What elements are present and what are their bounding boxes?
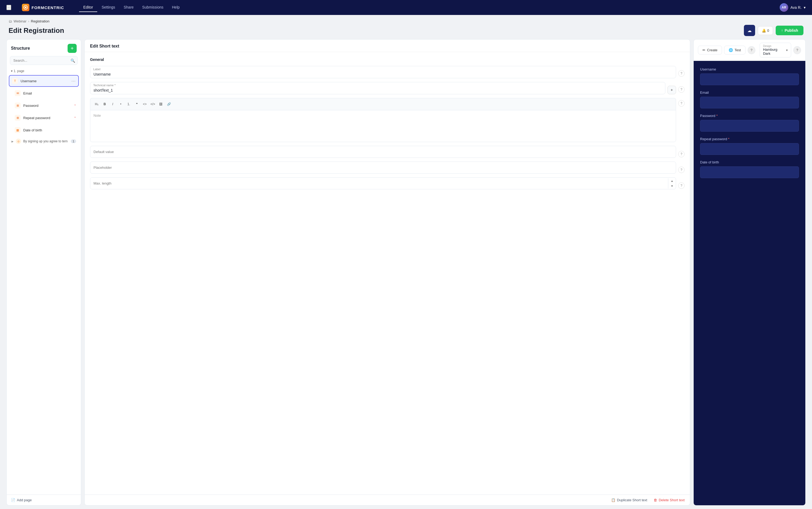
- technical-name-field-group: Technical name * ✦ ?: [90, 82, 685, 94]
- toolbar-link[interactable]: 🔗: [165, 100, 173, 108]
- note-content-area[interactable]: Note: [90, 110, 676, 142]
- toolbar-bold[interactable]: B: [101, 100, 108, 108]
- preview-input-email[interactable]: [700, 97, 799, 108]
- preview-input-repeat-password[interactable]: [700, 143, 799, 155]
- default-value-help-icon[interactable]: ?: [678, 151, 685, 157]
- stepper-up[interactable]: ▲: [668, 178, 676, 183]
- placeholder-help-icon[interactable]: ?: [678, 167, 685, 173]
- page-collapse-icon: ▾: [11, 69, 12, 73]
- chevron-down-icon-design: ▾: [786, 48, 788, 52]
- field-icon-email: ✉: [15, 90, 21, 96]
- edit-panel-body: General Label ? Technical name * ✦ ?: [85, 52, 690, 495]
- preview-help-button[interactable]: ?: [748, 46, 755, 54]
- nav-settings[interactable]: Settings: [97, 3, 120, 12]
- preview-label-username: Username: [700, 67, 799, 71]
- design-select[interactable]: Design Hamburg Dark ▾: [759, 43, 791, 58]
- toolbar-numbered[interactable]: 1.: [125, 100, 133, 108]
- publish-button[interactable]: ↑ Publish: [776, 26, 804, 35]
- preview-input-password[interactable]: [700, 120, 799, 132]
- cloud-icon: ☁: [747, 28, 752, 33]
- field-item-username[interactable]: T Username ⋯: [9, 75, 79, 87]
- nav-submissions[interactable]: Submissions: [138, 3, 167, 12]
- nav-help[interactable]: Help: [168, 3, 184, 12]
- note-rich-wrap: H₁ B I • 1. ❝ <> </> 🖼 🔗 Note: [90, 98, 676, 142]
- user-menu[interactable]: AR Ava R. ▾: [780, 3, 806, 12]
- add-field-button[interactable]: +: [68, 44, 77, 53]
- cloud-save-button[interactable]: ☁: [744, 25, 755, 36]
- toolbar-italic[interactable]: I: [109, 100, 116, 108]
- field-item-group[interactable]: ▶ ⊙ By signing up you agree to tern 1: [9, 136, 79, 146]
- duplicate-label: Duplicate Short text: [617, 498, 647, 502]
- required-badge-password: *: [74, 104, 76, 107]
- preview-input-date-of-birth[interactable]: [700, 166, 799, 178]
- max-length-input[interactable]: [90, 178, 668, 189]
- technical-name-help-icon[interactable]: ?: [678, 86, 685, 93]
- wand-icon[interactable]: ✦: [668, 86, 676, 94]
- back-button[interactable]: ←: [6, 5, 11, 10]
- back-arrow-icon: ←: [7, 5, 11, 10]
- toolbar-h1[interactable]: H₁: [93, 100, 100, 108]
- field-menu-username[interactable]: ⋯: [71, 78, 76, 83]
- add-page-button[interactable]: 📄 Add page: [11, 498, 32, 502]
- group-expand-icon: ▶: [11, 140, 13, 143]
- field-name-date-of-birth: Date of birth: [23, 128, 76, 132]
- field-item-repeat-password[interactable]: ⊞ Repeat password *: [9, 112, 79, 124]
- app-name: FORMCENTRIC: [32, 5, 64, 10]
- note-field-group: H₁ B I • 1. ❝ <> </> 🖼 🔗 Note: [90, 98, 685, 142]
- required-star-password: *: [716, 114, 718, 118]
- create-button[interactable]: ✏ Create: [698, 46, 722, 55]
- test-button[interactable]: 🌐 Test: [724, 46, 745, 55]
- label-input[interactable]: [90, 66, 676, 78]
- duplicate-button[interactable]: 📋 Duplicate Short text: [611, 498, 647, 502]
- design-help-button[interactable]: ?: [793, 46, 801, 54]
- toolbar-code-inline[interactable]: <>: [141, 100, 148, 108]
- breadcrumb-parent[interactable]: Webinar: [13, 19, 27, 23]
- publish-label: Publish: [784, 28, 798, 33]
- delete-button[interactable]: 🗑 Delete Short text: [654, 498, 685, 502]
- page-label-text: 1. page: [13, 69, 24, 73]
- topnav: ← FORMCENTRIC Editor Settings Share Subm…: [0, 0, 812, 15]
- bell-icon: 🔔: [762, 29, 766, 33]
- field-name-username: Username: [21, 79, 69, 83]
- notifications-button[interactable]: 🔔 0: [758, 26, 773, 35]
- placeholder-input[interactable]: [90, 162, 676, 174]
- chevron-down-icon: ▾: [804, 5, 806, 10]
- field-item-password[interactable]: ⊞ Password *: [9, 100, 79, 111]
- required-star-repeat-password: *: [728, 137, 730, 141]
- stepper-down[interactable]: ▼: [668, 183, 676, 189]
- preview-toolbar: ✏ Create 🌐 Test ? Design Hamburg Dark ▾ …: [694, 39, 805, 61]
- page-header: 🗂 Webinar › Registration Edit Registrati…: [0, 15, 812, 39]
- preview-input-username[interactable]: [700, 73, 799, 85]
- nav-editor[interactable]: Editor: [79, 3, 98, 12]
- breadcrumb-separator: ›: [28, 19, 29, 23]
- technical-name-input[interactable]: [90, 82, 665, 94]
- search-box: 🔍: [10, 56, 78, 65]
- search-input[interactable]: [10, 56, 78, 65]
- avatar: AR: [780, 3, 788, 12]
- create-label: Create: [707, 48, 717, 52]
- toolbar-image[interactable]: 🖼: [157, 100, 165, 108]
- structure-footer: 📄 Add page: [7, 495, 81, 505]
- page-label[interactable]: ▾ 1. page: [9, 68, 79, 75]
- group-icon: ⊙: [16, 139, 21, 144]
- field-item-email[interactable]: ✉ Email: [9, 87, 79, 99]
- toolbar-bullet[interactable]: •: [117, 100, 125, 108]
- default-value-input[interactable]: [90, 146, 676, 158]
- max-length-help-icon[interactable]: ?: [678, 182, 685, 189]
- field-item-date-of-birth[interactable]: ▦ Date of birth: [9, 124, 79, 136]
- label-field-group: Label ?: [90, 66, 685, 78]
- preview-label-date-of-birth: Date of birth: [700, 160, 799, 164]
- field-name-password: Password: [23, 104, 72, 108]
- rich-toolbar: H₁ B I • 1. ❝ <> </> 🖼 🔗: [90, 98, 676, 110]
- note-help-icon[interactable]: ?: [678, 100, 685, 107]
- max-length-stepper: ▲ ▼: [90, 177, 676, 189]
- structure-panel: Structure + 🔍 ▾ 1. page T Username ⋯ ✉ E…: [6, 39, 81, 506]
- preview-panel: ✏ Create 🌐 Test ? Design Hamburg Dark ▾ …: [693, 39, 806, 506]
- svg-point-1: [25, 7, 27, 8]
- nav-share[interactable]: Share: [120, 3, 138, 12]
- toolbar-quote[interactable]: ❝: [133, 100, 140, 108]
- label-help-icon[interactable]: ?: [678, 70, 685, 77]
- edit-panel-title: Edit Short text: [90, 44, 119, 48]
- preview-field-repeat-password: Repeat password *: [700, 137, 799, 155]
- toolbar-code-block[interactable]: </>: [149, 100, 157, 108]
